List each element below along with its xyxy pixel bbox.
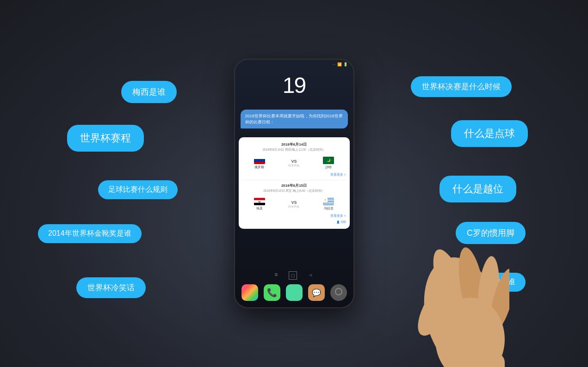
flag-uruguay: ☀ — [323, 198, 334, 205]
signal-icon: ··· — [333, 62, 336, 67]
bubble-offside[interactable]: 什么是越位 — [439, 176, 516, 202]
vs-section-2: VS 尚未开始 — [288, 200, 299, 209]
phone-match-card: 2018年6月14日 2018年6月14日 周四 晚上11:00（北京时间） 俄… — [239, 137, 350, 229]
back-icon[interactable]: ＜ — [308, 271, 314, 280]
svg-text:🌙: 🌙 — [327, 158, 331, 162]
vs-section-1: VS 尚未开始 — [288, 159, 299, 168]
divider — [242, 180, 346, 180]
team-egypt: 🦅 埃及 — [254, 198, 265, 211]
flag-russia — [254, 157, 265, 164]
phone-home-bar: ≡ □ ＜ — [235, 268, 353, 283]
team-russia: 俄罗斯 — [254, 157, 265, 170]
bubble-soccer-rules[interactable]: 足球比赛什么规则 — [98, 180, 178, 199]
team-uruguay: ☀ 乌拉圭 — [323, 198, 334, 211]
dock-icon-app[interactable] — [286, 284, 303, 301]
wifi-icon: 📶 — [337, 62, 342, 67]
dock-icon-colorful[interactable] — [241, 284, 258, 301]
svg-rect-4 — [254, 203, 265, 205]
phone-chat-bubble: 2018世界杯比赛本周就要开始啦，为你找到2018世界杯的比赛日程： — [241, 110, 348, 128]
card-date1-header: 2018年6月14日 — [242, 142, 346, 147]
dock-icon-message[interactable]: 💬 — [308, 284, 325, 301]
home-icon[interactable]: □ — [289, 271, 297, 280]
bubble-final-time[interactable]: 世界杯决赛是什么时候 — [411, 76, 512, 97]
bubble-cr7-foot[interactable]: C罗的惯用脚 — [456, 222, 526, 244]
dock-icon-camera[interactable] — [330, 284, 347, 301]
svg-rect-11 — [323, 204, 334, 205]
phone: ··· 📶 🔋 19 2018世界杯比赛本周就要开始啦，为你找到2018世界杯的… — [234, 59, 354, 308]
bubble-boss[interactable]: 足球界的霸道总裁是谁 — [431, 273, 526, 292]
svg-text:🦅: 🦅 — [258, 201, 261, 204]
see-more-1[interactable]: 查看更多 > — [242, 173, 346, 177]
flag-egypt: 🦅 — [254, 198, 265, 205]
menu-icon[interactable]: ≡ — [274, 271, 278, 280]
bubble-messi[interactable]: 梅西是谁 — [121, 81, 177, 103]
card-date1-sub: 2018年6月14日 周四 晚上11:00（北京时间） — [242, 148, 346, 152]
phone-body: ··· 📶 🔋 19 2018世界杯比赛本周就要开始啦，为你找到2018世界杯的… — [234, 59, 354, 308]
bubble-penalty[interactable]: 什么是点球 — [451, 120, 528, 147]
team-saudi: 🌙 沙特 — [323, 157, 334, 170]
dock-icon-phone[interactable]: 📞 — [264, 284, 280, 301]
battery-icon: 🔋 — [343, 62, 348, 67]
phone-screen: ··· 📶 🔋 19 2018世界杯比赛本周就要开始啦，为你找到2018世界杯的… — [235, 60, 353, 307]
phone-dock: 📞 💬 — [235, 282, 353, 303]
bubble-worldcup-schedule[interactable]: 世界杯赛程 — [67, 125, 144, 152]
card-date2-sub: 2018年6月15日 周五 晚上8:00（北京时间） — [242, 189, 346, 193]
svg-rect-2 — [254, 198, 265, 200]
status-bar: ··· 📶 🔋 — [333, 62, 348, 67]
footer-icon: 👤 — [336, 220, 340, 224]
phone-clock: 19 — [283, 73, 305, 98]
card-date2-header: 2018年6月15日 — [242, 183, 346, 188]
match-row-2: 🦅 埃及 VS 尚未开始 — [242, 196, 346, 213]
bubble-golden-boot[interactable]: 2014年世界杯金靴奖是谁 — [38, 224, 142, 243]
flag-saudi: 🌙 — [323, 157, 334, 164]
see-more-2[interactable]: 查看更多 > — [242, 214, 346, 218]
match-row-1: 俄罗斯 VS 尚未开始 🌙 沙特 — [242, 155, 346, 171]
bubble-funny[interactable]: 世界杯冷笑话 — [76, 277, 146, 298]
card-footer: 👤 优醒 — [242, 220, 346, 224]
svg-rect-10 — [323, 203, 334, 204]
svg-text:☀: ☀ — [324, 198, 327, 202]
